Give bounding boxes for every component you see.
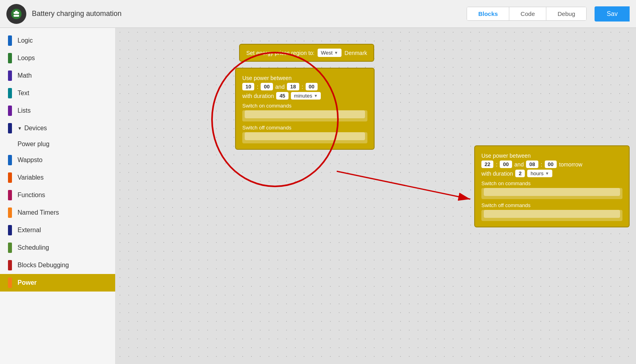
sidebar-label: External [18, 227, 41, 234]
duration-value[interactable]: 45 [276, 92, 288, 100]
duration-value-right[interactable]: 2 [515, 170, 525, 177]
start-hour[interactable]: 10 [242, 83, 254, 90]
sidebar-dot [8, 53, 12, 63]
sidebar-dot [8, 260, 12, 270]
sidebar-item-named-timers[interactable]: Named Timers [0, 204, 115, 221]
sidebar-label: Lists [18, 107, 31, 114]
sidebar: Logic Loops Math Text Lists ▼ Devices [0, 28, 116, 364]
save-button[interactable]: Sav [595, 6, 630, 22]
duration-row-right: with duration 2 hours ▼ [481, 170, 622, 177]
unit-dropdown-right-arrow-icon: ▼ [545, 171, 549, 176]
svg-line-6 [337, 171, 470, 199]
sidebar-label: Power plug [18, 141, 49, 148]
sidebar-label: Text [18, 90, 29, 97]
title-row: Use power between [242, 75, 367, 81]
sidebar-dot [8, 88, 12, 98]
block-title-right: Use power between [481, 153, 531, 159]
switch-off-slot-inner [245, 132, 365, 140]
sidebar-dot [8, 278, 12, 288]
sidebar-item-math[interactable]: Math [0, 67, 115, 84]
tomorrow-label: tomorrow [559, 161, 582, 168]
title-row-right: Use power between [481, 153, 622, 159]
switch-off-label-right: Switch off commands [481, 202, 622, 208]
unit-dropdown-right[interactable]: hours ▼ [527, 170, 552, 177]
canvas-area: Set energy prices region to: West ▼ Denm… [116, 28, 636, 364]
page-title: Battery charging automation [32, 10, 467, 18]
with-duration-label: with duration [242, 93, 274, 99]
sidebar-label: Wappsto [18, 157, 43, 164]
colon-1: : [257, 84, 258, 90]
sidebar-dot [8, 123, 12, 133]
sidebar-item-logic[interactable]: Logic [0, 32, 115, 49]
switch-off-label: Switch off commands [242, 125, 367, 131]
end-hour[interactable]: 18 [287, 83, 299, 90]
sidebar-dot [8, 225, 12, 235]
switch-off-slot-right-inner [484, 210, 620, 218]
switch-on-slot-right[interactable] [481, 188, 622, 199]
sidebar-item-variables[interactable]: Variables [0, 169, 115, 186]
switch-on-slot-inner [245, 110, 365, 118]
sidebar-label: Variables [18, 174, 44, 181]
switch-off-slot[interactable] [242, 132, 367, 143]
sidebar-label: Devices [24, 125, 47, 132]
sidebar-item-wappsto[interactable]: Wappsto [0, 151, 115, 169]
sidebar-item-lists[interactable]: Lists [0, 102, 115, 119]
end-min[interactable]: 00 [306, 83, 318, 90]
header-tabs: Blocks Code Debug [467, 7, 587, 21]
sidebar-dot [8, 207, 12, 218]
sidebar-item-devices[interactable]: ▼ Devices [0, 119, 115, 137]
svg-rect-4 [16, 11, 18, 12]
tab-blocks[interactable]: Blocks [467, 7, 509, 20]
duration-row: with duration 45 minutes ▼ [242, 92, 367, 100]
tab-debug[interactable]: Debug [546, 7, 586, 20]
colon-right-1: : [496, 161, 497, 168]
start-hour-right[interactable]: 22 [481, 160, 493, 168]
sidebar-item-text[interactable]: Text [0, 84, 115, 102]
svg-rect-3 [15, 11, 16, 12]
time-row-right: 22 : 00 and 08 : 00 tomorrow [481, 160, 622, 168]
sidebar-item-functions[interactable]: Functions [0, 186, 115, 204]
unit-dropdown[interactable]: minutes ▼ [291, 92, 321, 100]
with-duration-label-right: with duration [481, 170, 513, 177]
svg-rect-2 [14, 15, 19, 17]
switch-on-slot-right-inner [484, 188, 620, 196]
sidebar-label: Loops [18, 55, 35, 62]
sidebar-label: Logic [18, 37, 33, 44]
tab-code[interactable]: Code [509, 7, 546, 20]
switch-on-slot[interactable] [242, 110, 367, 121]
start-min[interactable]: 00 [261, 83, 273, 90]
header: Battery charging automation Blocks Code … [0, 0, 636, 28]
switch-off-slot-right[interactable] [481, 210, 622, 221]
sidebar-label: Math [18, 72, 32, 79]
switch-on-label: Switch on commands [242, 103, 367, 109]
app-logo [6, 4, 26, 24]
unit-dropdown-arrow-icon: ▼ [314, 94, 318, 98]
end-min-right[interactable]: 00 [545, 160, 557, 168]
and-label: and [275, 84, 285, 90]
colon-2: : [302, 84, 303, 90]
set-energy-block: Set energy prices region to: West ▼ Denm… [239, 44, 374, 62]
sidebar-item-external[interactable]: External [0, 221, 115, 239]
sidebar-item-blocks-debugging[interactable]: Blocks Debugging [0, 256, 115, 274]
sidebar-dot [8, 155, 12, 165]
sidebar-item-loops[interactable]: Loops [0, 49, 115, 67]
sidebar-label: Named Timers [18, 209, 59, 216]
sidebar-label: Functions [18, 192, 45, 199]
sidebar-dot [8, 106, 12, 116]
sidebar-item-power[interactable]: Power [0, 274, 115, 292]
dropdown-arrow-icon: ▼ [334, 51, 338, 55]
sidebar-label: Blocks Debugging [18, 262, 69, 269]
sidebar-dot [8, 35, 12, 46]
sidebar-item-scheduling[interactable]: Scheduling [0, 239, 115, 256]
sidebar-dot [8, 70, 12, 81]
sidebar-dot [8, 172, 12, 183]
colon-right-2: : [541, 161, 542, 168]
region-dropdown[interactable]: West ▼ [318, 49, 341, 57]
end-hour-right[interactable]: 08 [526, 160, 538, 168]
sidebar-item-power-plug[interactable]: Power plug [0, 137, 115, 151]
start-min-right[interactable]: 00 [500, 160, 512, 168]
sidebar-label: Power [18, 279, 37, 286]
country-label: Denmark [345, 50, 367, 56]
sidebar-label: Scheduling [18, 244, 49, 251]
switch-on-label-right: Switch on commands [481, 180, 622, 186]
